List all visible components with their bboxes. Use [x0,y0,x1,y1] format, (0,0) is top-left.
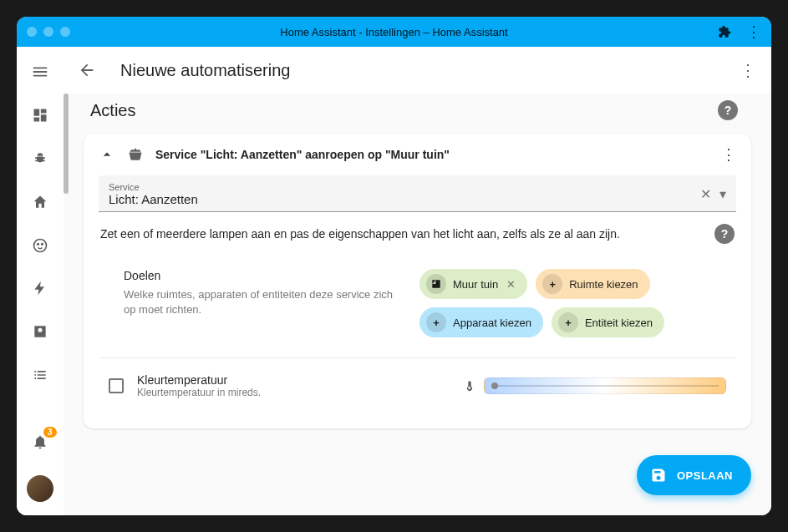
thermometer-icon [464,377,475,394]
traffic-lights[interactable] [27,27,70,37]
bug-icon[interactable] [30,149,50,169]
maximize-dot[interactable] [60,27,70,37]
collapse-button[interactable] [99,146,115,163]
extension-icon[interactable] [718,25,731,38]
save-button[interactable]: OPSLAAN [637,455,751,495]
chip-label: Ruimte kiezen [569,278,638,291]
slider-thumb[interactable] [491,383,498,389]
app-window: Home Assistant - Instellingen – Home Ass… [17,17,771,515]
service-type-icon [127,146,144,163]
targets-subtitle: Welke ruimtes, apparaten of entiteiten d… [124,287,399,317]
content-scroll[interactable]: Acties ? Service "Licht: Aanzetten" aanr… [64,94,771,515]
chip-label: Entiteit kiezen [585,317,653,329]
chip-area-selected[interactable]: Muur tuin ✕ [419,269,527,299]
chip-remove-icon[interactable]: ✕ [506,278,516,291]
service-description: Zet een of meerdere lampen aan en pas de… [100,227,704,241]
window-title: Home Assistant - Instellingen – Home Ass… [17,26,771,38]
svg-point-1 [37,243,38,245]
plus-icon: + [542,274,562,294]
minimize-dot[interactable] [43,27,53,37]
action-title: Service "Licht: Aanzetten" aanroepen op … [155,148,709,161]
prop-title: Kleurtemperatuur [137,373,261,387]
section-title: Acties [90,101,135,120]
action-menu-button[interactable]: ⋮ [721,145,736,164]
notification-badge: 3 [43,427,57,438]
dropdown-icon[interactable]: ▾ [719,186,726,202]
page-title: Nieuwe automatisering [120,61,290,80]
service-select[interactable]: Service Licht: Aanzetten ✕ ▾ [99,175,736,212]
account-box-icon[interactable] [30,322,50,342]
chip-label: Muur tuin [453,278,498,291]
prop-subtitle: Kleurtemperatuur in mireds. [137,387,261,398]
back-button[interactable] [70,53,104,87]
service-help-icon[interactable]: ? [714,224,735,244]
plus-icon: + [426,312,446,332]
save-label: OPSLAAN [677,469,733,482]
menu-icon[interactable] [30,62,50,82]
sidebar-rail: 3 [17,47,64,515]
page-menu-button[interactable]: ⋮ [731,53,765,87]
face-icon[interactable] [30,236,50,256]
chip-add-device[interactable]: + Apparaat kiezen [419,307,543,337]
action-card: Service "Licht: Aanzetten" aanroepen op … [84,134,751,428]
clear-icon[interactable]: ✕ [700,186,711,202]
energy-icon[interactable] [30,279,50,299]
help-icon[interactable]: ? [718,100,738,120]
color-temp-checkbox[interactable] [109,378,124,393]
titlebar: Home Assistant - Instellingen – Home Ass… [17,17,771,47]
notifications-icon[interactable]: 3 [30,432,50,452]
appbar: Nieuwe automatisering ⋮ [64,47,771,94]
chip-label: Apparaat kiezen [453,317,531,329]
avatar[interactable] [27,475,53,502]
svg-point-2 [41,243,43,245]
color-temp-slider[interactable] [484,377,726,394]
home-icon[interactable] [30,192,50,212]
targets-title: Doelen [124,269,399,282]
close-dot[interactable] [27,27,37,37]
chip-add-entity[interactable]: + Entiteit kiezen [552,307,664,337]
service-field-value: Licht: Aanzetten [109,192,700,206]
service-field-label: Service [109,182,700,192]
floorplan-icon [426,274,446,294]
save-icon [650,467,667,484]
dashboard-icon[interactable] [30,105,50,125]
scrollbar-thumb[interactable] [64,94,69,194]
chip-add-area[interactable]: + Ruimte kiezen [536,269,649,299]
svg-point-0 [33,239,46,251]
list-icon[interactable] [30,365,50,385]
browser-menu-icon[interactable]: ⋮ [746,24,761,39]
plus-icon: + [558,312,578,332]
